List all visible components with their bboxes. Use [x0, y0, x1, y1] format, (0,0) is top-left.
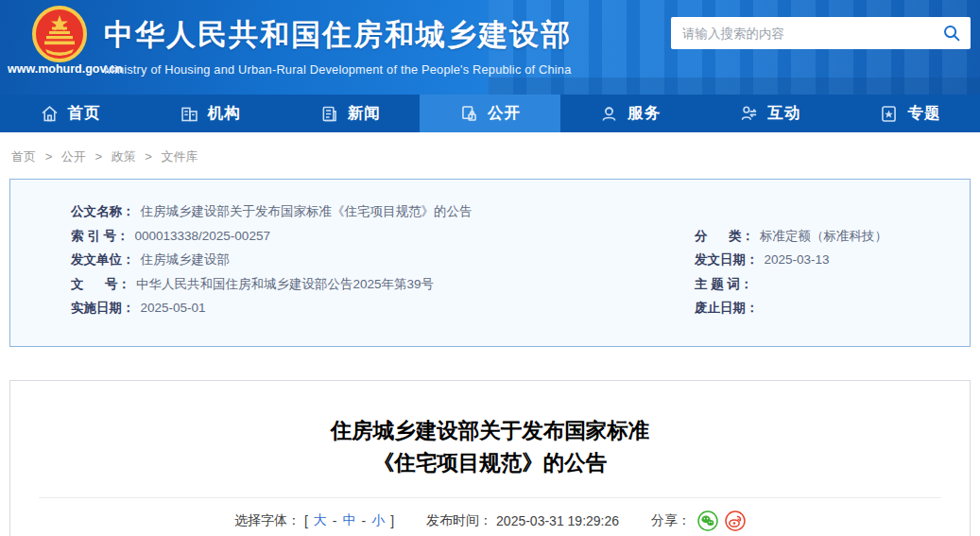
meta-label: 分 类：	[695, 224, 754, 249]
article-title-line1: 住房城乡建设部关于发布国家标准	[10, 415, 970, 447]
site-title-english: Ministry of Housing and Urban-Rural Deve…	[104, 62, 572, 77]
publish-time: 2025-03-31 19:29:26	[496, 513, 619, 528]
meta-label: 实施日期：	[71, 296, 135, 320]
disclosure-icon	[459, 104, 479, 124]
search-icon	[942, 24, 961, 43]
nav-label: 公开	[488, 103, 521, 124]
font-sep: -	[333, 513, 337, 528]
font-select-label: 选择字体：	[234, 512, 301, 529]
search-button[interactable]	[933, 17, 971, 49]
nav-item-organization[interactable]: 机构	[140, 95, 280, 132]
nav-item-home[interactable]: 首页	[0, 95, 140, 132]
nav-item-topics[interactable]: 专题	[840, 95, 980, 132]
main-navigation: 首页 机构 新闻 公开 服务	[0, 95, 980, 132]
meta-value: 2025-03-13	[765, 248, 830, 272]
topics-icon	[879, 104, 899, 124]
divider	[39, 497, 941, 498]
nav-item-interaction[interactable]: 互动	[700, 95, 840, 132]
meta-row-category: 分 类： 标准定额（标准科技）	[695, 224, 947, 249]
national-emblem	[28, 6, 91, 68]
meta-label: 发文单位：	[71, 248, 135, 272]
meta-row-issue-date: 发文日期： 2025-03-13	[695, 248, 947, 272]
meta-row-repeal-date: 废止日期：	[695, 296, 947, 320]
article-title-line2: 《住宅项目规范》的公告	[10, 447, 970, 479]
nav-item-news[interactable]: 新闻	[280, 95, 420, 132]
meta-row-doc-name: 公文名称： 住房城乡建设部关于发布国家标准《住宅项目规范》的公告	[71, 199, 947, 224]
article-meta-bar: 选择字体：[大-中-小] 发布时间：2025-03-31 19:29:26 分享…	[10, 510, 970, 531]
site-title-chinese: 中华人民共和国住房和城乡建设部	[104, 15, 572, 55]
service-icon	[599, 104, 619, 124]
meta-value: 住房城乡建设部关于发布国家标准《住宅项目规范》的公告	[141, 199, 473, 224]
nav-label: 服务	[628, 103, 661, 124]
breadcrumb-separator: >	[95, 149, 102, 164]
article-title: 住房城乡建设部关于发布国家标准 《住宅项目规范》的公告	[10, 415, 970, 479]
meta-value: 标准定额（标准科技）	[760, 224, 887, 249]
meta-value: 000013338/2025-00257	[135, 224, 270, 249]
publish-time-label: 发布时间：	[426, 512, 492, 529]
article-panel: 住房城乡建设部关于发布国家标准 《住宅项目规范》的公告 选择字体：[大-中-小]…	[9, 380, 971, 536]
nav-item-services[interactable]: 服务	[560, 95, 700, 132]
meta-label: 文 号：	[71, 272, 130, 297]
document-meta-panel: 公文名称： 住房城乡建设部关于发布国家标准《住宅项目规范》的公告 索 引 号： …	[9, 179, 971, 347]
breadcrumb: 首页 > 公开 > 政策 > 文件库	[0, 132, 980, 179]
nav-label: 专题	[907, 103, 940, 124]
meta-row-doc-number: 文 号： 中华人民共和国住房和城乡建设部公告2025年第39号	[71, 272, 695, 297]
search-input[interactable]	[671, 26, 933, 41]
nav-label: 首页	[68, 103, 101, 124]
site-header: www.mohurd.gov.cn 中华人民共和国住房和城乡建设部 Minist…	[0, 0, 980, 95]
organization-icon	[180, 104, 199, 124]
meta-value: 住房城乡建设部	[141, 248, 231, 272]
interaction-icon	[739, 104, 759, 124]
breadcrumb-disclosure[interactable]: 公开	[61, 149, 86, 164]
meta-row-subject-words: 主 题 词：	[695, 272, 947, 297]
breadcrumb-separator: >	[145, 149, 152, 164]
font-size-medium[interactable]: 中	[343, 512, 356, 529]
nav-label: 互动	[767, 103, 800, 124]
meta-label: 索 引 号：	[71, 224, 129, 249]
bracket: ]	[390, 513, 394, 528]
meta-row-index-no: 索 引 号： 000013338/2025-00257	[71, 224, 695, 249]
share-label: 分享：	[651, 512, 691, 529]
font-size-small[interactable]: 小	[371, 512, 385, 529]
news-icon	[319, 104, 339, 124]
meta-label: 发文日期：	[695, 248, 759, 272]
breadcrumb-policy[interactable]: 政策	[112, 149, 136, 164]
meta-label: 主 题 词：	[695, 272, 753, 297]
search-box[interactable]	[671, 17, 971, 49]
meta-label: 公文名称：	[71, 199, 135, 224]
font-size-large[interactable]: 大	[314, 512, 327, 529]
meta-value: 中华人民共和国住房和城乡建设部公告2025年第39号	[136, 272, 434, 297]
nav-label: 新闻	[348, 103, 381, 124]
meta-row-effective-date: 实施日期： 2025-05-01	[71, 296, 695, 320]
meta-value: 2025-05-01	[141, 296, 206, 320]
breadcrumb-separator: >	[45, 149, 53, 164]
breadcrumb-library[interactable]: 文件库	[162, 149, 198, 164]
meta-row-issuing-unit: 发文单位： 住房城乡建设部	[71, 248, 695, 272]
weibo-icon[interactable]	[725, 510, 746, 531]
meta-label: 废止日期：	[695, 296, 759, 320]
nav-item-disclosure[interactable]: 公开	[420, 95, 559, 132]
wechat-icon[interactable]	[697, 510, 718, 531]
bracket: [	[304, 513, 308, 528]
nav-label: 机构	[208, 103, 241, 124]
home-icon	[40, 104, 60, 124]
font-sep: -	[362, 513, 367, 528]
breadcrumb-home[interactable]: 首页	[11, 149, 36, 164]
